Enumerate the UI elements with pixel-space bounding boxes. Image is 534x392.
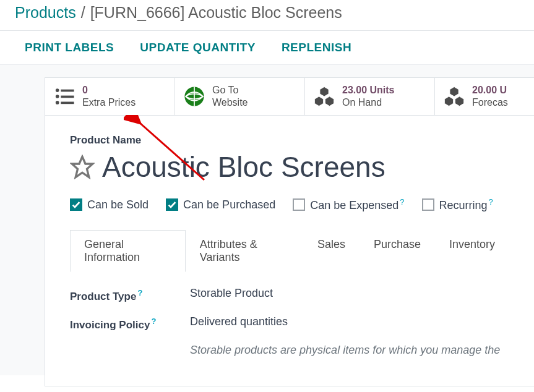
product-name-input[interactable] — [102, 150, 509, 184]
goto-website-line1: Go To — [212, 84, 248, 96]
stat-button-row: 0 Extra Prices Go To Website 23.00 Uni — [45, 78, 534, 116]
forecasted-value: 20.00 U — [472, 84, 508, 96]
list-icon — [54, 86, 75, 107]
cubes-icon — [314, 86, 335, 107]
replenish-button[interactable]: REPLENISH — [282, 41, 351, 54]
checkbox-checked-icon — [70, 198, 82, 211]
help-icon[interactable]: ? — [137, 288, 142, 297]
on-hand-button[interactable]: 23.00 Units On Hand — [305, 78, 435, 115]
product-name-label: Product Name — [70, 134, 509, 147]
breadcrumb-sep: / — [81, 4, 85, 22]
recurring-checkbox[interactable]: Recurring? — [422, 197, 493, 212]
tab-sales[interactable]: Sales — [303, 230, 360, 272]
svg-point-2 — [56, 95, 59, 98]
help-icon[interactable]: ? — [489, 197, 493, 207]
svg-rect-5 — [61, 102, 74, 104]
product-type-row: Product Type? Storable Product — [70, 287, 509, 304]
help-icon[interactable]: ? — [400, 197, 404, 207]
globe-icon — [184, 86, 205, 107]
goto-website-line2: Website — [212, 96, 248, 109]
tab-purchase[interactable]: Purchase — [360, 230, 435, 272]
svg-rect-3 — [61, 96, 74, 98]
product-card: 0 Extra Prices Go To Website 23.00 Uni — [45, 77, 534, 386]
tab-bar: General Information Attributes & Variant… — [70, 229, 509, 272]
extra-prices-value: 0 — [82, 84, 136, 96]
print-labels-button[interactable]: PRINT LABELS — [25, 41, 114, 54]
breadcrumb-root[interactable]: Products — [15, 4, 76, 22]
checkbox-unchecked-icon — [422, 198, 434, 211]
product-type-value[interactable]: Storable Product — [190, 287, 273, 300]
can-be-expensed-checkbox[interactable]: Can be Expensed? — [293, 197, 404, 212]
tab-attributes-variants[interactable]: Attributes & Variants — [186, 230, 303, 272]
breadcrumb: Products / [FURN_6666] Acoustic Bloc Scr… — [0, 0, 534, 30]
on-hand-value: 23.00 Units — [342, 84, 394, 96]
tab-general-information[interactable]: General Information — [70, 230, 186, 272]
action-bar: PRINT LABELS UPDATE QUANTITY REPLENISH — [0, 30, 534, 65]
options-row: Can be Sold Can be Purchased Can be Expe… — [70, 197, 509, 212]
help-icon[interactable]: ? — [151, 317, 156, 326]
favorite-star-icon[interactable] — [70, 155, 95, 179]
checkbox-checked-icon — [166, 198, 178, 211]
tab-inventory[interactable]: Inventory — [435, 230, 509, 272]
svg-marker-7 — [72, 156, 92, 177]
svg-point-4 — [56, 101, 59, 104]
svg-point-0 — [56, 88, 59, 92]
product-type-help: Storable products are physical items for… — [190, 344, 509, 357]
invoicing-policy-value[interactable]: Delivered quantities — [190, 315, 288, 328]
forecasted-label: Forecas — [472, 96, 508, 109]
extra-prices-button[interactable]: 0 Extra Prices — [45, 78, 175, 115]
breadcrumb-current: [FURN_6666] Acoustic Bloc Screens — [90, 4, 342, 22]
update-quantity-button[interactable]: UPDATE QUANTITY — [140, 41, 256, 54]
cubes-icon — [444, 86, 465, 107]
checkbox-unchecked-icon — [293, 198, 305, 211]
go-to-website-button[interactable]: Go To Website — [175, 78, 305, 115]
extra-prices-label: Extra Prices — [82, 96, 136, 109]
can-be-purchased-checkbox[interactable]: Can be Purchased — [166, 198, 275, 211]
svg-rect-1 — [61, 90, 74, 92]
forecasted-button[interactable]: 20.00 U Forecas — [435, 78, 534, 115]
invoicing-policy-row: Invoicing Policy? Delivered quantities — [70, 315, 509, 333]
can-be-sold-checkbox[interactable]: Can be Sold — [70, 198, 149, 211]
on-hand-label: On Hand — [342, 96, 394, 109]
